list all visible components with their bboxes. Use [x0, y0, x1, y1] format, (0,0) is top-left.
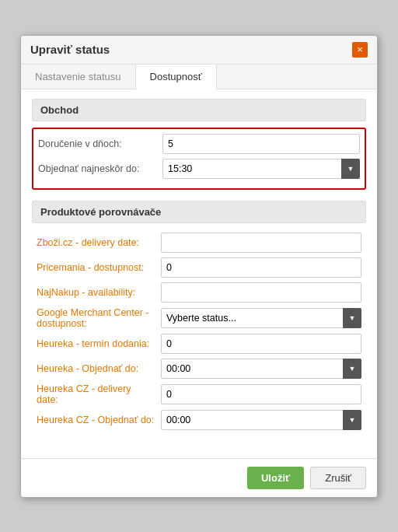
- label-heureka-termin: Heureka - termín dodania:: [37, 338, 161, 349]
- dialog: Upraviť status × Nastavenie statusu Dost…: [20, 35, 378, 498]
- section-obchod: Obchod Doručenie v dňoch: Objednať najne…: [32, 99, 366, 190]
- select-heureka-cz-objednat[interactable]: 00:00 12:00 14:00 15:30 16:00: [161, 410, 361, 430]
- input-zbozi[interactable]: [161, 233, 361, 253]
- row-heureka-cz-objednat: Heureka CZ - Objednať do: 00:00 12:00 14…: [37, 410, 361, 430]
- cancel-button[interactable]: Zrušiť: [310, 467, 366, 489]
- label-dorucenie: Doručenie v dňoch:: [38, 138, 162, 149]
- row-heureka-cz-delivery: Heureka CZ - delivery date:: [37, 383, 361, 405]
- section-produktove: Produktové porovnávače Zboži.cz - delive…: [32, 201, 366, 438]
- close-button[interactable]: ×: [352, 42, 368, 58]
- select-wrapper-heureka-objednat: 00:00 12:00 14:00 15:30 16:00: [161, 359, 361, 379]
- tab-dostupnost[interactable]: Dostupnosť: [136, 65, 217, 89]
- label-pricemania: Pricemania - dostupnost:: [37, 262, 161, 273]
- row-objednat: Objednať najneskôr do: 15:30 00:00 12:00…: [38, 159, 360, 179]
- input-heureka-cz-delivery[interactable]: [161, 384, 361, 404]
- input-heureka-termin[interactable]: [161, 334, 361, 354]
- section-produktove-header: Produktové porovnávače: [32, 201, 366, 223]
- dialog-footer: Uložiť Zrušiť: [21, 458, 377, 497]
- section-obchod-header: Obchod: [32, 99, 366, 121]
- section-produktove-content: Zboži.cz - delivery date: Pricemania - d…: [32, 229, 366, 438]
- tab-nastavenie-statusu[interactable]: Nastavenie statusu: [21, 65, 136, 89]
- input-najnakup[interactable]: [161, 282, 361, 303]
- label-heureka-objednat: Heureka - Objednať do:: [37, 363, 161, 374]
- select-wrapper-google: Vyberte status... in stock out of stock …: [161, 308, 361, 328]
- row-heureka-objednat: Heureka - Objednať do: 00:00 12:00 14:00…: [37, 359, 361, 379]
- select-google[interactable]: Vyberte status... in stock out of stock …: [161, 308, 361, 328]
- row-dorucenie: Doručenie v dňoch:: [38, 134, 360, 154]
- select-heureka-objednat[interactable]: 00:00 12:00 14:00 15:30 16:00: [161, 359, 361, 379]
- save-button[interactable]: Uložiť: [247, 467, 304, 489]
- section-obchod-content: Doručenie v dňoch: Objednať najneskôr do…: [32, 128, 366, 190]
- row-najnakup: NajNakup - availability:: [37, 282, 361, 303]
- select-wrapper-heureka-cz-objednat: 00:00 12:00 14:00 15:30 16:00: [161, 410, 361, 430]
- row-pricemania: Pricemania - dostupnost:: [37, 257, 361, 278]
- tabs-bar: Nastavenie statusu Dostupnosť: [21, 65, 377, 89]
- label-zbozi: Zboži.cz - delivery date:: [37, 237, 161, 248]
- select-wrapper-objednat: 15:30 00:00 12:00 14:00 16:00: [162, 159, 360, 179]
- dialog-body: Obchod Doručenie v dňoch: Objednať najne…: [21, 89, 377, 458]
- dialog-title: Upraviť status: [30, 43, 110, 56]
- label-objednat: Objednať najneskôr do:: [38, 163, 162, 174]
- row-heureka-termin: Heureka - termín dodania:: [37, 334, 361, 354]
- label-heureka-cz-objednat: Heureka CZ - Objednať do:: [37, 415, 161, 425]
- label-najnakup: NajNakup - availability:: [37, 287, 161, 298]
- label-heureka-cz-delivery: Heureka CZ - delivery date:: [37, 383, 161, 405]
- row-google: Google Merchant Center - dostupnost: Vyb…: [37, 307, 361, 329]
- select-objednat[interactable]: 15:30 00:00 12:00 14:00 16:00: [162, 159, 360, 179]
- dialog-header: Upraviť status ×: [21, 36, 377, 65]
- label-google: Google Merchant Center - dostupnost:: [37, 307, 161, 329]
- row-zbozi: Zboži.cz - delivery date:: [37, 233, 361, 253]
- input-pricemania[interactable]: [161, 257, 361, 278]
- input-dorucenie[interactable]: [162, 134, 360, 154]
